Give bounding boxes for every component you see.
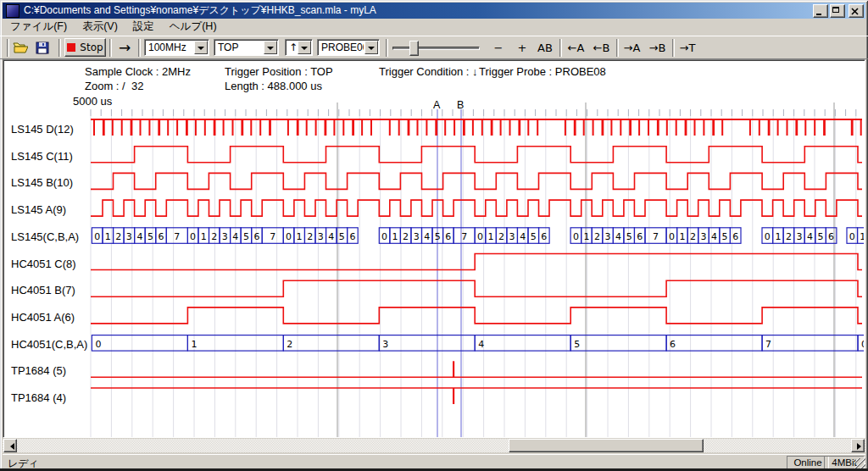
status-bar: レディ Online 4MBit <box>3 454 865 469</box>
length-info: Length : 488.000 us <box>225 80 322 92</box>
run-button[interactable]: → <box>114 38 136 57</box>
toolbar-separator <box>138 39 141 57</box>
waveform-panel <box>3 59 865 438</box>
zoom-slider-track[interactable] <box>392 47 480 50</box>
trigger-edge-value: ↑ <box>286 42 297 53</box>
zoom-out-button[interactable]: − <box>488 38 509 57</box>
time-per-div-label: 5000 us <box>73 95 112 108</box>
trigger-condition-info: Trigger Condition : ↓ <box>379 65 478 78</box>
signal-label-hc4051-a[interactable]: HC4051 A(6) <box>11 311 75 324</box>
maximize-button[interactable] <box>830 4 845 18</box>
signal-label-ls145-bus[interactable]: LS145(C,B,A) <box>11 230 79 243</box>
floppy-disk-icon <box>36 42 49 54</box>
horizontal-scrollbar[interactable] <box>3 439 865 452</box>
scroll-right-icon <box>857 443 865 450</box>
clock-rate-value: 100MHz <box>145 42 193 53</box>
title-bar[interactable]: C:¥Documents and Settings¥noname¥デスクトップ¥… <box>3 3 865 19</box>
scroll-right-button[interactable] <box>851 439 865 452</box>
menu-settings[interactable]: 設定 <box>125 19 162 36</box>
ab-cursor-button[interactable]: AB <box>534 38 556 57</box>
toolbar-separator <box>616 39 619 57</box>
close-button[interactable] <box>849 4 864 18</box>
clock-rate-select[interactable]: 100MHz <box>144 39 209 56</box>
trigger-position-value: TOP <box>214 42 263 53</box>
signal-label-hc4051-b[interactable]: HC4051 B(7) <box>11 284 75 296</box>
signal-label-ls145-d[interactable]: LS145 D(12) <box>11 123 74 136</box>
run-arrow-icon: → <box>119 39 131 56</box>
signal-label-tp1684-4[interactable]: TP1684 (4) <box>11 391 66 404</box>
trigger-probe-select[interactable]: PROBE00 <box>317 39 380 56</box>
app-icon[interactable] <box>6 4 19 18</box>
toolbar-grip <box>7 39 9 57</box>
toolbar-separator <box>109 39 112 57</box>
signal-label-ls145-a[interactable]: LS145 A(9) <box>11 203 66 216</box>
cursor-a-right-button[interactable]: →A <box>620 38 643 57</box>
scroll-left-icon <box>7 443 14 450</box>
signal-label-ls145-b[interactable]: LS145 B(10) <box>11 176 73 189</box>
stop-button[interactable]: Stop <box>64 38 106 57</box>
open-folder-icon <box>13 42 28 53</box>
toolbar: Stop → 100MHz TOP ↑ PROBE00 − + AB ←A <box>0 36 868 59</box>
trigger-probe-value: PROBE00 <box>318 42 364 53</box>
dropdown-arrow-icon[interactable] <box>364 41 378 54</box>
save-file-button[interactable] <box>34 40 51 55</box>
dropdown-arrow-icon[interactable] <box>298 41 311 54</box>
signal-label-ls145-c[interactable]: LS145 C(11) <box>11 150 73 163</box>
toolbar-separator <box>58 39 61 57</box>
minimize-icon <box>816 14 821 15</box>
trigger-edge-select[interactable]: ↑ <box>285 39 313 56</box>
stop-label: Stop <box>80 42 103 53</box>
dropdown-arrow-icon[interactable] <box>264 41 277 54</box>
scroll-left-button[interactable] <box>3 439 17 452</box>
toolbar-separator <box>672 39 675 57</box>
minimize-button[interactable] <box>813 4 828 18</box>
trigger-probe-info: Trigger Probe : PROBE08 <box>479 65 606 78</box>
signal-label-hc4051-bus[interactable]: HC4051(C,B,A) <box>11 338 87 351</box>
dropdown-arrow-icon[interactable] <box>194 41 208 54</box>
goto-trigger-button[interactable]: →T <box>676 38 698 57</box>
zoom-slider-thumb[interactable] <box>409 41 419 56</box>
scrollbar-thumb[interactable] <box>509 439 704 452</box>
maximize-icon <box>832 7 839 13</box>
zoom-info: Zoom : / 32 <box>85 80 143 92</box>
trigger-position-select[interactable]: TOP <box>214 39 279 56</box>
cursor-a-label[interactable]: A <box>433 99 440 111</box>
sample-clock-info: Sample Clock : 2MHz <box>85 65 191 78</box>
stop-icon <box>67 43 75 52</box>
toolbar-separator <box>559 39 562 57</box>
trigger-position-info: Trigger Position : TOP <box>225 65 333 78</box>
menu-bar: ファイル(F) 表示(V) 設定 ヘルプ(H) <box>3 19 865 35</box>
cursor-b-left-button[interactable]: ←B <box>590 38 613 57</box>
toolbar-separator <box>386 39 388 57</box>
menu-help[interactable]: ヘルプ(H) <box>162 19 225 36</box>
app-window: C:¥Documents and Settings¥noname¥デスクトップ¥… <box>0 0 868 471</box>
cursor-b-right-button[interactable]: →B <box>646 38 669 57</box>
window-title: C:¥Documents and Settings¥noname¥デスクトップ¥… <box>24 3 811 18</box>
open-file-button[interactable] <box>12 40 29 55</box>
menu-view[interactable]: 表示(V) <box>75 19 125 36</box>
signal-label-hc4051-c[interactable]: HC4051 C(8) <box>11 258 76 270</box>
close-icon <box>849 7 861 17</box>
cursor-a-left-button[interactable]: ←A <box>565 38 587 57</box>
menu-file[interactable]: ファイル(F) <box>3 19 75 36</box>
status-online-badge: Online <box>787 456 829 469</box>
zoom-in-button[interactable]: + <box>512 38 532 57</box>
cursor-b-label[interactable]: B <box>457 99 464 111</box>
signal-label-tp1684-5[interactable]: TP1684 (5) <box>11 364 66 377</box>
